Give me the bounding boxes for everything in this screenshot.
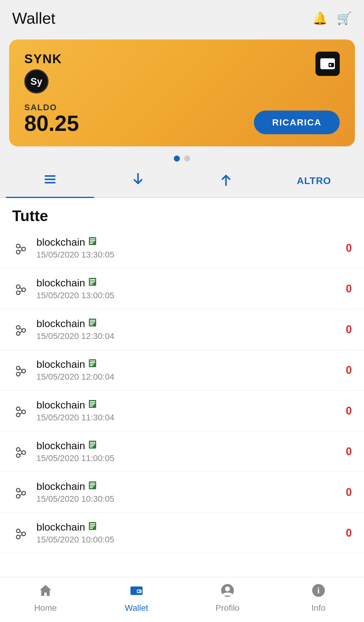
- bottom-navigation: Home Wallet Profilo i Info: [0, 577, 364, 622]
- svg-rect-55: [90, 401, 95, 402]
- transaction-name: blockchain: [36, 521, 334, 533]
- transaction-details: blockchain 15/05/2020 10:00:05: [36, 521, 334, 545]
- dot-0[interactable]: [174, 156, 180, 162]
- transaction-item[interactable]: blockchain 15/05/2020 11:30:04 0: [0, 391, 364, 431]
- svg-point-60: [16, 454, 20, 457]
- transaction-amount: 0: [343, 405, 352, 417]
- nav-info[interactable]: i Info: [273, 583, 364, 613]
- transaction-item[interactable]: blockchain 15/05/2020 12:30:04 0: [0, 309, 364, 350]
- recharge-button[interactable]: RICARICA: [254, 111, 340, 134]
- svg-point-81: [22, 532, 25, 536]
- svg-point-31: [22, 329, 25, 332]
- svg-line-83: [20, 535, 22, 536]
- svg-rect-46: [90, 362, 95, 363]
- transaction-list-container: Tutte blockchain: [0, 198, 364, 577]
- svg-rect-57: [90, 404, 94, 405]
- transaction-badge: [88, 481, 97, 492]
- nav-wallet-label: Wallet: [125, 603, 148, 613]
- transaction-details: blockchain 15/05/2020 13:00:05: [36, 277, 334, 300]
- transaction-date: 15/05/2020 13:00:05: [36, 291, 334, 300]
- brand-logo: Sy: [24, 69, 49, 94]
- transaction-date: 15/05/2020 11:30:04: [36, 413, 334, 422]
- transaction-badge: [88, 277, 97, 289]
- svg-rect-74: [89, 481, 96, 489]
- svg-line-73: [20, 494, 22, 496]
- transaction-item[interactable]: blockchain 15/05/2020 13:30:05 0: [0, 228, 364, 268]
- svg-rect-67: [90, 445, 94, 446]
- transaction-icon: [12, 526, 27, 540]
- section-title: Tutte: [0, 198, 364, 228]
- arrow-up-icon: [221, 173, 231, 189]
- tab-incoming[interactable]: [94, 165, 182, 197]
- card-top: SYNK Sy: [24, 52, 340, 94]
- nav-profilo-label: Profilo: [215, 603, 239, 613]
- svg-line-32: [20, 328, 22, 330]
- tab-all[interactable]: [6, 165, 94, 197]
- transaction-date: 15/05/2020 12:00:04: [36, 372, 334, 382]
- transaction-details: blockchain 15/05/2020 13:30:05: [36, 236, 334, 260]
- svg-point-71: [22, 491, 25, 495]
- transaction-name: blockchain: [36, 236, 334, 248]
- svg-line-42: [20, 369, 22, 371]
- svg-rect-47: [90, 364, 94, 364]
- nav-wallet[interactable]: Wallet: [91, 583, 182, 613]
- svg-rect-87: [90, 526, 94, 527]
- transaction-date: 15/05/2020 11:00:05: [36, 453, 334, 463]
- transaction-badge: [88, 318, 97, 329]
- transaction-item[interactable]: blockchain 15/05/2020 10:00:05 0: [0, 513, 364, 553]
- nav-profilo[interactable]: Profilo: [182, 583, 273, 613]
- cart-icon[interactable]: 🛒: [337, 11, 352, 26]
- svg-point-19: [16, 285, 20, 289]
- svg-point-40: [16, 372, 20, 376]
- dot-1[interactable]: [184, 156, 190, 162]
- transaction-badge: [88, 399, 97, 411]
- transaction-name: blockchain: [36, 480, 334, 492]
- svg-point-49: [16, 407, 20, 411]
- transaction-item[interactable]: blockchain 15/05/2020 10:30:05 0: [0, 472, 364, 513]
- svg-rect-27: [90, 282, 94, 283]
- transaction-item[interactable]: blockchain 15/05/2020 12:00:04 0: [0, 350, 364, 391]
- svg-rect-4: [45, 175, 56, 177]
- arrow-down-icon: [133, 173, 143, 189]
- transaction-name: blockchain: [36, 358, 334, 370]
- transaction-amount: 0: [343, 323, 352, 336]
- wallet-card-icon: [315, 52, 340, 76]
- svg-rect-18: [90, 243, 93, 244]
- transaction-badge: [88, 440, 97, 451]
- svg-rect-25: [90, 279, 95, 280]
- svg-point-50: [16, 413, 20, 417]
- info-icon: i: [312, 583, 325, 601]
- page-title: Wallet: [12, 9, 56, 27]
- transaction-icon: [12, 485, 27, 499]
- svg-rect-78: [90, 487, 93, 488]
- filter-tabs: ALTRO: [0, 165, 364, 197]
- transactions-container: blockchain 15/05/2020 13:30:05 0: [0, 228, 364, 553]
- svg-rect-35: [90, 320, 95, 321]
- transaction-name: blockchain: [36, 440, 334, 452]
- svg-line-63: [20, 453, 22, 455]
- transaction-amount: 0: [343, 527, 352, 539]
- transaction-amount: 0: [343, 486, 352, 499]
- transaction-item[interactable]: blockchain 15/05/2020 11:00:05 0: [0, 431, 364, 472]
- svg-rect-14: [89, 237, 96, 245]
- svg-point-9: [16, 244, 20, 248]
- svg-rect-6: [45, 182, 56, 183]
- svg-point-69: [16, 488, 20, 492]
- nav-home[interactable]: Home: [0, 583, 91, 613]
- tab-outgoing[interactable]: [182, 165, 270, 197]
- svg-rect-58: [90, 406, 93, 407]
- svg-rect-37: [90, 323, 94, 324]
- transaction-date: 15/05/2020 12:30:04: [36, 331, 334, 341]
- card-bottom: SALDO 80.25 RICARICA: [24, 103, 340, 134]
- svg-line-52: [20, 409, 22, 411]
- tab-altro[interactable]: ALTRO: [270, 165, 358, 197]
- svg-point-30: [16, 332, 20, 335]
- transaction-amount: 0: [343, 364, 352, 377]
- wallet-card: SYNK Sy SALDO 80.25 RICARICA: [9, 39, 355, 146]
- svg-point-80: [16, 535, 20, 539]
- svg-rect-65: [90, 442, 95, 443]
- notification-icon[interactable]: 🔔: [312, 11, 328, 26]
- svg-line-72: [20, 491, 22, 493]
- svg-rect-76: [90, 484, 95, 485]
- transaction-item[interactable]: blockchain 15/05/2020 13:00:05 0: [0, 268, 364, 309]
